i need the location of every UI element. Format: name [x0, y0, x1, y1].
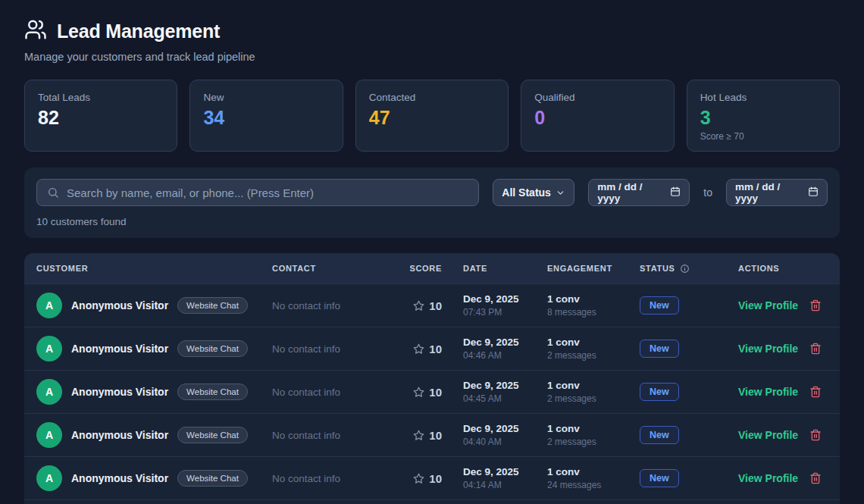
- status-cell: New: [640, 426, 738, 444]
- contact-info: No contact info: [272, 300, 405, 311]
- trash-icon[interactable]: [809, 429, 822, 441]
- date-value: Dec 9, 2025: [463, 293, 547, 305]
- star-icon: [413, 387, 424, 398]
- date-cell: Dec 9, 2025 07:43 PM: [442, 293, 547, 318]
- status-cell: New: [640, 383, 738, 401]
- stat-card-qualified: Qualified 0: [521, 80, 674, 152]
- status-badge: New: [640, 426, 679, 444]
- status-cell: New: [640, 469, 738, 487]
- engagement-cell: 1 conv 24 messages: [547, 466, 640, 490]
- view-profile-link[interactable]: View Profile: [738, 472, 798, 484]
- search-input[interactable]: [67, 186, 468, 199]
- customer-name: Anonymous Visitor: [71, 299, 168, 311]
- status-badge: New: [640, 469, 679, 487]
- table-row: A Anonymous Visitor Website Chat No cont…: [24, 283, 840, 327]
- contact-info: No contact info: [272, 343, 405, 355]
- score-value: 10: [429, 386, 442, 399]
- score-value: 10: [429, 472, 442, 485]
- stat-label: Total Leads: [38, 92, 164, 103]
- date-cell: Dec 9, 2025 04:45 AM: [442, 380, 547, 404]
- score-value: 10: [429, 429, 442, 442]
- conversations-value: 1 conv: [547, 466, 640, 477]
- time-value: 07:43 PM: [463, 307, 547, 318]
- stat-label: Contacted: [369, 92, 495, 103]
- date-value: Dec 9, 2025: [463, 423, 547, 434]
- messages-value: 8 messages: [547, 307, 640, 318]
- conversations-value: 1 conv: [547, 380, 640, 391]
- conversations-value: 1 conv: [547, 423, 640, 434]
- engagement-cell: 1 conv 8 messages: [547, 293, 640, 318]
- column-header-status: STATUS: [640, 264, 738, 274]
- contact-info: No contact info: [272, 387, 405, 398]
- trash-icon[interactable]: [809, 343, 822, 355]
- actions-cell: View Profile: [738, 299, 828, 311]
- date-value: Dec 9, 2025: [463, 380, 547, 391]
- time-value: 04:46 AM: [463, 350, 547, 361]
- view-profile-link[interactable]: View Profile: [738, 429, 798, 441]
- time-value: 04:45 AM: [463, 393, 547, 404]
- date-range-separator: to: [703, 186, 712, 199]
- view-profile-link[interactable]: View Profile: [738, 343, 798, 355]
- customer-name: Anonymous Visitor: [71, 343, 168, 355]
- stat-value: 34: [203, 107, 329, 129]
- lead-management-page: Lead Management Manage your customers an…: [0, 0, 864, 504]
- filter-panel: All Status mm / dd / yyyy to mm / dd / y…: [24, 167, 840, 238]
- contact-info: No contact info: [272, 473, 405, 484]
- table-row: A Anonymous Visitor Website Chat No cont…: [24, 413, 840, 456]
- messages-value: 2 messages: [547, 393, 640, 404]
- star-icon: [413, 300, 424, 311]
- stat-value: 82: [38, 107, 164, 129]
- actions-cell: View Profile: [738, 386, 828, 398]
- actions-cell: View Profile: [738, 429, 828, 441]
- stat-label: Qualified: [534, 92, 660, 103]
- source-badge: Website Chat: [177, 470, 248, 487]
- messages-value: 2 messages: [547, 350, 640, 361]
- status-cell: New: [640, 296, 738, 315]
- avatar: A: [36, 293, 62, 318]
- messages-value: 24 messages: [547, 480, 640, 490]
- stat-value: 47: [369, 107, 495, 129]
- users-icon: [24, 18, 47, 44]
- calendar-icon: [670, 186, 681, 199]
- column-header-contact: CONTACT: [272, 264, 405, 273]
- column-header-date: DATE: [442, 264, 547, 273]
- date-value: Dec 9, 2025: [463, 466, 547, 477]
- stat-card-contacted: Contacted 47: [355, 80, 509, 152]
- status-cell: New: [640, 340, 738, 358]
- search-box[interactable]: [36, 179, 479, 206]
- info-icon[interactable]: [680, 264, 690, 274]
- stat-label: New: [203, 92, 329, 103]
- conversations-value: 1 conv: [547, 337, 640, 348]
- date-from-input[interactable]: mm / dd / yyyy: [588, 179, 690, 206]
- results-count: 10 customers found: [36, 216, 828, 227]
- table-row: A Anonymous Visitor Website Chat No cont…: [24, 370, 840, 413]
- star-icon: [413, 473, 424, 484]
- view-profile-link[interactable]: View Profile: [738, 386, 798, 398]
- stat-label: Hot Leads: [700, 92, 826, 103]
- time-value: 04:40 AM: [463, 437, 547, 447]
- trash-icon[interactable]: [809, 299, 822, 311]
- customer-name: Anonymous Visitor: [71, 429, 168, 441]
- column-header-score: SCORE: [405, 264, 442, 273]
- source-badge: Website Chat: [177, 427, 248, 443]
- page-subtitle: Manage your customers and track lead pip…: [24, 51, 840, 63]
- engagement-cell: 1 conv 2 messages: [547, 337, 640, 361]
- source-badge: Website Chat: [177, 340, 248, 357]
- score-cell: 10: [405, 429, 442, 442]
- status-filter-select[interactable]: All Status: [493, 179, 574, 206]
- date-to-input[interactable]: mm / dd / yyyy: [726, 179, 828, 206]
- stat-card-hot-leads: Hot Leads 3 Score ≥ 70: [687, 80, 840, 152]
- date-cell: Dec 9, 2025 04:14 AM: [442, 466, 547, 490]
- column-header-customer: CUSTOMER: [36, 264, 272, 273]
- date-from-value: mm / dd / yyyy: [597, 181, 665, 204]
- date-value: Dec 9, 2025: [463, 337, 547, 348]
- trash-icon[interactable]: [809, 472, 822, 484]
- avatar: A: [36, 465, 62, 491]
- stat-card-total-leads: Total Leads 82: [24, 80, 177, 152]
- status-badge: New: [640, 340, 679, 358]
- trash-icon[interactable]: [809, 386, 822, 398]
- view-profile-link[interactable]: View Profile: [738, 299, 798, 311]
- stats-row: Total Leads 82 New 34 Contacted 47 Quali…: [24, 80, 840, 152]
- leads-table: CUSTOMER CONTACT SCORE DATE ENGAGEMENT S…: [24, 253, 840, 504]
- table-row: A Anonymous Visitor Website Chat No cont…: [24, 456, 840, 499]
